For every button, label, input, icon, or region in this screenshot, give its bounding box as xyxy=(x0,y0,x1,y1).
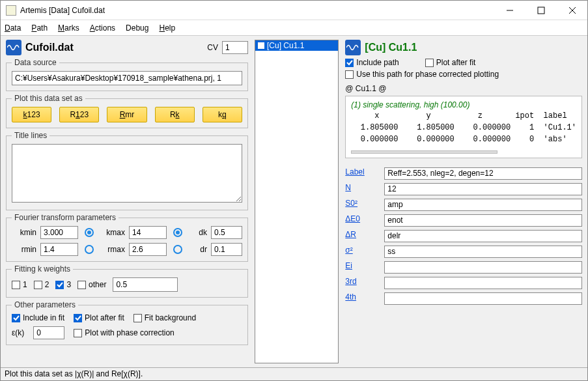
cv-label: CV xyxy=(207,43,218,52)
kweights-legend: Fitting k weights xyxy=(12,264,73,274)
menu-marks[interactable]: Marks xyxy=(58,23,79,33)
kmin-label: kmin xyxy=(12,228,36,237)
n-link[interactable]: N xyxy=(345,183,378,195)
app-icon xyxy=(6,5,16,16)
kmax-label: kmax xyxy=(100,228,125,237)
kmin-radio[interactable] xyxy=(85,228,94,237)
plot-fieldset: Plot this data set as k123 R123 Rmr Rk k… xyxy=(6,94,248,128)
kweights-fieldset: Fitting k weights 1 2 3 other xyxy=(6,264,248,298)
mid-panel: [Cu] Cu1.1 xyxy=(253,36,340,367)
title-lines-fieldset: Title lines xyxy=(6,131,248,210)
right-panel: [Cu] Cu1.1 Include path Plot after fit U… xyxy=(340,36,587,367)
path-table-row: 1.805000 1.805000 0.000000 1 'Cu1.1' xyxy=(351,122,576,133)
data-source-legend: Data source xyxy=(12,58,59,67)
dr-input[interactable] xyxy=(384,230,582,242)
kw1-checkbox[interactable]: 1 xyxy=(12,280,27,289)
kmax-radio[interactable] xyxy=(173,228,182,237)
plot-r123-button[interactable]: R123 xyxy=(59,107,99,122)
svg-rect-1 xyxy=(538,7,544,14)
include-fit-checkbox[interactable]: Include in fit xyxy=(12,313,64,322)
dr-label: dr xyxy=(189,245,207,254)
rmax-input[interactable] xyxy=(129,243,167,256)
path-title: [Cu] Cu1.1 xyxy=(365,42,417,53)
list-item-checkbox[interactable] xyxy=(258,42,264,49)
menu-help[interactable]: Help xyxy=(159,23,175,33)
label-input[interactable] xyxy=(384,167,582,180)
rmax-label: rmax xyxy=(100,245,125,254)
path-table-row: 0.000000 0.000000 0.000000 0 'abs' xyxy=(351,134,576,145)
other-fieldset: Other parameters Include in fit Plot aft… xyxy=(6,300,248,345)
rmin-input[interactable] xyxy=(40,243,78,256)
kmax-input[interactable] xyxy=(129,226,167,239)
include-path-checkbox[interactable]: Include path xyxy=(345,58,399,67)
menu-debug[interactable]: Debug xyxy=(126,23,148,33)
third-input[interactable] xyxy=(384,277,582,289)
phase-corr-path-checkbox[interactable]: Use this path for phase corrected plotti… xyxy=(345,70,582,79)
fourth-link[interactable]: 4th xyxy=(345,292,378,305)
kwother-checkbox[interactable]: other xyxy=(77,280,106,289)
phase-corr-checkbox[interactable]: Plot with phase correction xyxy=(74,328,174,337)
path-listbox[interactable]: [Cu] Cu1.1 xyxy=(255,40,339,363)
sigma2-link[interactable]: σ² xyxy=(345,246,378,258)
other-legend: Other parameters xyxy=(12,300,78,309)
list-item-label: [Cu] Cu1.1 xyxy=(267,41,304,50)
window-title: Artemis [Data] Cufoil.dat xyxy=(20,6,500,15)
plot-kq-button[interactable]: kq xyxy=(203,107,242,122)
menu-path[interactable]: Path xyxy=(31,23,48,33)
title-lines-legend: Title lines xyxy=(12,131,49,140)
rmin-label: rmin xyxy=(12,245,36,254)
plot-k123-button[interactable]: k123 xyxy=(12,107,51,122)
kmin-input[interactable] xyxy=(40,226,78,239)
ei-input[interactable] xyxy=(384,261,582,274)
rmax-radio[interactable] xyxy=(173,245,182,254)
ek-input[interactable] xyxy=(33,326,64,339)
cv-input[interactable] xyxy=(222,41,248,54)
ek-label: ε(k) xyxy=(12,328,24,337)
left-panel: Cufoil.dat CV Data source Plot this data… xyxy=(1,36,253,367)
wave-icon xyxy=(345,40,361,55)
path-info-box: (1) single scattering, high (100.00) x y… xyxy=(345,96,582,158)
dr-link[interactable]: ΔR xyxy=(345,230,378,242)
ft-fieldset: Fourier transform parameters kmin kmax d… xyxy=(6,213,248,262)
third-link[interactable]: 3rd xyxy=(345,277,378,289)
ft-legend: Fourier transform parameters xyxy=(12,213,119,222)
plot-rk-button[interactable]: Rk xyxy=(155,107,195,122)
plot-rmr-button[interactable]: Rmr xyxy=(107,107,147,122)
title-lines-input[interactable] xyxy=(12,144,242,203)
de0-link[interactable]: ΔE0 xyxy=(345,214,378,227)
data-title: Cufoil.dat xyxy=(25,42,203,53)
sigma2-input[interactable] xyxy=(384,246,582,258)
path-param-grid: Label N S0² ΔE0 ΔR σ² Ei 3rd 4th xyxy=(345,167,582,305)
dr-input[interactable] xyxy=(211,243,242,256)
menu-actions[interactable]: Actions xyxy=(90,23,115,33)
menu-data[interactable]: Data xyxy=(5,23,21,33)
dk-label: dk xyxy=(189,228,207,237)
dk-input[interactable] xyxy=(211,226,242,239)
kwother-input[interactable] xyxy=(113,277,178,292)
maximize-button[interactable] xyxy=(531,3,551,18)
path-table-header: x y z ipot label xyxy=(351,111,576,121)
de0-input[interactable] xyxy=(384,214,582,227)
close-button[interactable] xyxy=(563,3,582,18)
data-source-fieldset: Data source xyxy=(6,58,248,91)
fourth-input[interactable] xyxy=(384,292,582,305)
label-link[interactable]: Label xyxy=(345,167,378,180)
list-item[interactable]: [Cu] Cu1.1 xyxy=(255,40,338,51)
s02-link[interactable]: S0² xyxy=(345,199,378,211)
fit-bg-checkbox[interactable]: Fit background xyxy=(133,313,196,322)
status-bar: Plot this data set as |χ(R)| and Re[χ(R)… xyxy=(1,367,587,380)
kw2-checkbox[interactable]: 2 xyxy=(34,280,49,289)
plot-after-fit-path-checkbox[interactable]: Plot after fit xyxy=(425,58,476,67)
plot-after-fit-checkbox[interactable]: Plot after fit xyxy=(74,313,124,322)
plot-legend: Plot this data set as xyxy=(12,94,85,103)
data-source-input[interactable] xyxy=(12,71,242,85)
titlebar: Artemis [Data] Cufoil.dat xyxy=(1,1,587,20)
n-input[interactable] xyxy=(384,183,582,195)
kw3-checkbox[interactable]: 3 xyxy=(55,280,71,289)
rmin-radio[interactable] xyxy=(85,245,94,254)
ei-link[interactable]: Ei xyxy=(345,261,378,274)
s02-input[interactable] xyxy=(384,199,582,211)
path-header: @ Cu1.1 @ xyxy=(345,84,582,93)
minimize-button[interactable] xyxy=(500,3,520,18)
info-scrollbar[interactable] xyxy=(351,150,497,154)
